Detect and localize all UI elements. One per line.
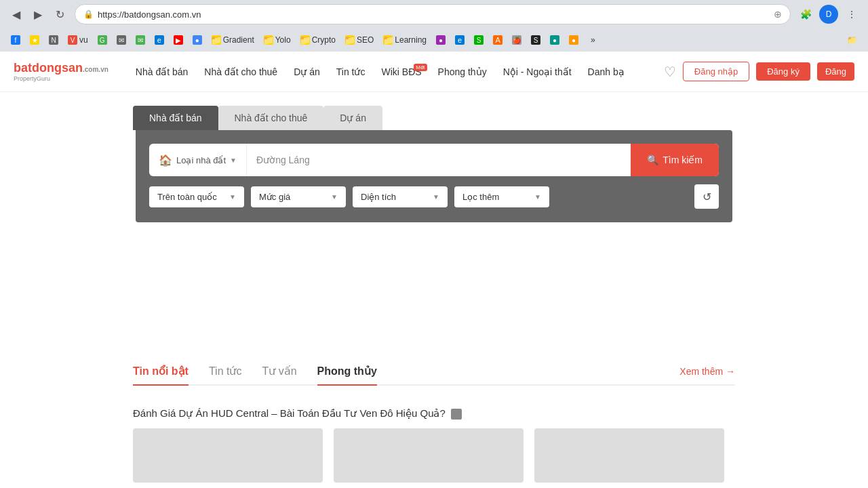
back-button[interactable]: ◀ (7, 5, 26, 24)
filter-location-label: Trên toàn quốc (157, 192, 217, 202)
bookmark-n-icon: N (49, 35, 58, 45)
settings-button[interactable]: ⋮ (842, 5, 861, 24)
bookmark-edge[interactable]: e (151, 34, 168, 46)
bookmark-g-icon: G (98, 35, 107, 45)
bookmark-yt[interactable]: ▶ (170, 34, 187, 46)
search-type-selector[interactable]: 🏠 Loại nhà đất ▼ (149, 144, 247, 176)
bookmarks-more-icon: » (591, 35, 595, 45)
bookmark-mail1[interactable]: ✉ (113, 34, 130, 46)
nav-nha-dat-ban[interactable]: Nhà đất bán (129, 62, 195, 81)
bookmark-edge2[interactable]: e (451, 34, 469, 46)
profile-button[interactable]: D (819, 5, 838, 24)
bookmark-mail2[interactable]: ✉ (132, 34, 149, 46)
search-section: Nhà đất bán Nhà đất cho thuê Dự án 🏠 Loạ… (0, 92, 868, 236)
logo[interactable]: batdongsan.com.vn PropertyGuru (14, 61, 108, 82)
extensions-button[interactable]: 🧩 (796, 5, 815, 24)
content-tab-phong-thuy[interactable]: Phong thủy (317, 358, 377, 386)
home-icon: 🏠 (159, 154, 172, 167)
search-tab-du-an[interactable]: Dự án (323, 106, 382, 130)
search-tab-nha-dat-ban[interactable]: Nhà đất bán (133, 106, 218, 130)
see-more-link[interactable]: Xem thêm → (679, 366, 735, 377)
bookmark-n[interactable]: N (45, 34, 62, 46)
nav-noi-ngoai-that[interactable]: Nội - Ngoại thất (496, 62, 578, 81)
bookmark-folder-icon[interactable]: 📁 (843, 34, 861, 46)
article-title[interactable]: Đánh Giá Dự Án HUD Central – Bài Toán Đầ… (133, 406, 735, 422)
refresh-icon: ↺ (703, 190, 711, 203)
article-title-text: Đánh Giá Dự Án HUD Central – Bài Toán Đầ… (133, 407, 446, 419)
bookmark-star[interactable]: ★ (26, 34, 43, 46)
refresh-button[interactable]: ↻ (50, 5, 69, 24)
browser-actions: 🧩 D ⋮ (796, 5, 861, 24)
nav-du-an[interactable]: Dự án (287, 62, 327, 81)
search-tabs: Nhà đất bán Nhà đất cho thuê Dự án (133, 106, 382, 130)
browser-chrome: ◀ ▶ ↻ 🔒 https://batdongsan.com.vn ⊕ 🧩 D … (0, 0, 868, 52)
filter-row: Trên toàn quốc ▼ Mức giá ▼ Diện tích ▼ L… (149, 184, 719, 209)
bookmark-folder-gradient-icon: 📁 (212, 35, 221, 45)
bookmark-folder-seo-label: SEO (357, 35, 374, 45)
bookmark-purple-icon: ● (436, 35, 446, 45)
bookmark-apple-icon: 🍎 (512, 35, 521, 45)
bookmark-teal-icon: ● (550, 35, 559, 45)
bookmark-folder-yolo-icon: 📁 (264, 35, 273, 45)
bookmark-folder-learning[interactable]: 📁 Learning (379, 34, 431, 46)
bookmark-g[interactable]: G (94, 34, 111, 46)
article-thumb-3 (534, 428, 724, 483)
bookmark-vu-icon: V (68, 35, 77, 45)
bookmark-folder-seo[interactable]: 📁 SEO (341, 34, 378, 46)
bookmark-orange-icon: ● (569, 35, 578, 45)
bookmark-yt-icon: ▶ (174, 35, 183, 45)
bookmark-folder-seo-icon: 📁 (345, 35, 355, 45)
forward-button[interactable]: ▶ (28, 5, 47, 24)
filter-area[interactable]: Diện tích ▼ (353, 186, 448, 207)
bookmark-folder-yolo[interactable]: 📁 Yolo (260, 34, 295, 46)
login-button[interactable]: Đăng nhập (683, 62, 749, 81)
logo-main: batdongsan.com.vn (14, 61, 108, 75)
bookmark-a[interactable]: A (489, 34, 507, 46)
nav-danh-bo[interactable]: Danh bạ (581, 62, 631, 81)
content-tabs: Tin nổi bật Tin tức Tư vấn Phong thủy Xe… (133, 358, 735, 386)
bookmark-more[interactable]: » (587, 34, 599, 46)
bookmark-orange[interactable]: ● (565, 34, 583, 46)
bookmark-gd[interactable]: ● (189, 34, 206, 46)
register-button[interactable]: Đăng ký (756, 62, 810, 81)
search-button[interactable]: 🔍 Tìm kiếm (631, 144, 719, 176)
content-tab-tin-noi-bat[interactable]: Tin nổi bật (133, 358, 189, 386)
article-thumbnails (133, 428, 735, 483)
content-tab-tin-tuc[interactable]: Tin tức (209, 358, 242, 384)
search-tab-nha-dat-cho-thue[interactable]: Nhà đất cho thuê (218, 106, 324, 130)
search-input[interactable] (247, 144, 631, 176)
filter-location-chevron: ▼ (229, 193, 236, 201)
bookmark-teal[interactable]: ● (546, 34, 564, 46)
bookmark-folder-gradient[interactable]: 📁 Gradient (208, 34, 258, 46)
content-tab-tu-van[interactable]: Tư vấn (262, 358, 296, 384)
address-bar[interactable]: 🔒 https://batdongsan.com.vn ⊕ (75, 4, 791, 24)
reset-filters-button[interactable]: ↺ (694, 184, 719, 209)
filter-more[interactable]: Lọc thêm ▼ (454, 186, 549, 207)
bookmark-sw[interactable]: S (527, 34, 545, 46)
bookmark-s[interactable]: S (470, 34, 488, 46)
nav-menu: Nhà đất bán Nhà đất cho thuê Dự án Tin t… (129, 62, 631, 81)
bookmark-vu[interactable]: V vu (64, 34, 92, 46)
filter-price[interactable]: Mức giá ▼ (251, 186, 346, 207)
bookmark-fb[interactable]: f (7, 34, 24, 46)
favorites-heart-icon[interactable]: ♡ (664, 64, 676, 80)
bookmark-edge2-icon: e (455, 35, 465, 45)
article-thumb-2 (334, 428, 524, 483)
bookmark-s-icon: S (474, 35, 484, 45)
site-header: batdongsan.com.vn PropertyGuru Nhà đất b… (0, 52, 868, 92)
nav-tin-tuc[interactable]: Tin tức (330, 62, 372, 81)
nav-nha-dat-cho-thue[interactable]: Nhà đất cho thuê (197, 62, 284, 81)
bookmark-fb-icon: f (11, 35, 20, 45)
filter-more-label: Lọc thêm (462, 192, 499, 202)
content-tab-tin-tuc-label: Tin tức (209, 365, 242, 377)
bookmark-apple[interactable]: 🍎 (508, 34, 526, 46)
bookmark-purple[interactable]: ● (432, 34, 450, 46)
article-preview: Đánh Giá Dự Án HUD Central – Bài Toán Đầ… (133, 399, 735, 488)
filter-location[interactable]: Trên toàn quốc ▼ (149, 186, 244, 207)
nav-phong-thuy[interactable]: Phong thủy (431, 62, 494, 81)
nav-wiki-bds[interactable]: Wiki BĐS Mới (374, 62, 428, 81)
more-button[interactable]: Đăng (817, 62, 854, 81)
bookmark-folder-crypto[interactable]: 📁 Crypto (296, 34, 340, 46)
filter-area-chevron: ▼ (433, 193, 439, 201)
search-button-label: Tìm kiếm (663, 155, 703, 165)
